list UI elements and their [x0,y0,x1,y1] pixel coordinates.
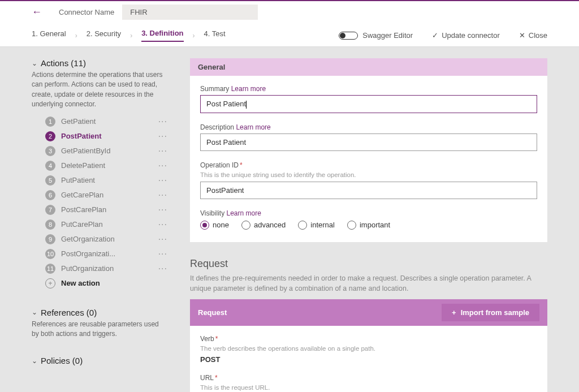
back-arrow-icon[interactable]: ← [32,6,42,18]
checkmark-icon: ✓ [432,31,438,40]
swagger-editor-label: Swagger Editor [362,31,413,40]
sidebar-item-getpatient[interactable]: 1 GetPatient ··· [45,114,167,129]
actions-title: Actions (11) [41,58,86,68]
step-test[interactable]: 4. Test [204,29,226,41]
sidebar-item-putcareplan[interactable]: 8 PutCarePlan ··· [45,217,167,232]
action-label: GetPatient [61,117,153,126]
new-action-label: New action [61,279,100,287]
more-icon[interactable]: ··· [158,219,167,230]
import-from-sample-button[interactable]: + Import from sample [442,304,539,321]
sidebar-item-getcareplan[interactable]: 6 GetCarePlan ··· [45,188,167,203]
request-section: Request It defines the pre-requirements … [190,258,547,392]
request-card: Request + Import from sample Verb* The v… [190,299,547,392]
sidebar-item-putpatient[interactable]: 5 PutPatient ··· [45,173,167,188]
verb-label: Verb* [200,335,537,343]
wizard-steps: 1. General › 2. Security › 3. Definition… [0,23,579,47]
request-description: It defines the pre-requirements needed i… [190,273,547,294]
chevron-down-icon: ⌄ [32,59,37,67]
more-icon[interactable]: ··· [158,190,167,200]
action-label: PostCarePlan [61,205,153,214]
visibility-internal-radio[interactable]: internal [298,221,335,230]
number-badge: 8 [45,219,55,230]
import-from-sample-label: Import from sample [461,308,529,317]
action-label: GetOrganization [61,235,153,243]
sidebar: ⌄ Actions (11) Actions determine the ope… [32,58,167,368]
number-badge: 5 [45,175,55,186]
number-badge: 2 [45,131,55,141]
step-definition[interactable]: 3. Definition [141,29,183,42]
description-learn-more-link[interactable]: Learn more [236,123,270,131]
sidebar-item-putorganization[interactable]: 11 PutOrganization ··· [45,261,167,276]
chevron-right-icon: › [130,32,132,40]
number-badge: 9 [45,234,55,244]
connector-name-label: Connector Name [59,8,114,16]
plus-icon: + [452,308,456,317]
chevron-right-icon: › [193,32,195,40]
number-badge: 1 [45,117,55,127]
sidebar-item-postcareplan[interactable]: 7 PostCarePlan ··· [45,203,167,217]
visibility-none-radio[interactable]: none [200,221,229,230]
description-input[interactable]: Post Patient [200,133,537,151]
url-label: URL* [200,374,537,382]
url-hint: This is the request URL. [200,384,537,391]
chevron-down-icon: ⌄ [32,308,37,316]
connector-name-input[interactable]: FHIR [122,5,258,20]
more-icon[interactable]: ··· [158,131,167,141]
visibility-advanced-radio[interactable]: advanced [241,221,286,230]
sidebar-item-postpatient[interactable]: 2 PostPatient ··· [45,129,167,144]
more-icon[interactable]: ··· [158,175,167,186]
action-label: GetCarePlan [61,191,153,199]
more-icon[interactable]: ··· [158,205,167,215]
close-button[interactable]: ✕ Close [519,31,547,40]
action-label: PutPatient [61,176,153,184]
request-heading: Request [190,258,547,270]
close-icon: ✕ [519,31,525,40]
request-card-header: Request + Import from sample [190,299,547,326]
new-action-button[interactable]: + New action [45,276,167,291]
action-label: PutCarePlan [61,220,153,229]
operation-id-hint: This is the unique string used to identi… [200,171,537,178]
chevron-down-icon: ⌄ [32,357,37,365]
more-icon[interactable]: ··· [158,249,167,259]
verb-hint: The verb describes the operations availa… [200,345,537,352]
summary-label: Summary Learn more [200,85,537,93]
visibility-learn-more-link[interactable]: Learn more [226,209,261,217]
sidebar-item-deletepatient[interactable]: 4 DeletePatient ··· [45,158,167,173]
number-badge: 6 [45,190,55,200]
update-connector-button[interactable]: ✓ Update connector [432,31,500,40]
action-label: PostOrganizati... [61,249,153,258]
actions-list: 1 GetPatient ··· 2 PostPatient ··· 3 Get… [45,114,167,291]
visibility-important-radio[interactable]: important [347,221,390,230]
description-label: Description Learn more [200,123,537,131]
toggle-icon[interactable] [339,32,358,40]
more-icon[interactable]: ··· [158,146,167,156]
more-icon[interactable]: ··· [158,161,167,171]
action-label: PutOrganization [61,264,153,273]
summary-learn-more-link[interactable]: Learn more [231,85,266,93]
policies-section-toggle[interactable]: ⌄ Policies (0) [32,356,167,365]
sidebar-item-postorganization[interactable]: 10 PostOrganizati... ··· [45,247,167,261]
more-icon[interactable]: ··· [158,264,167,274]
number-badge: 10 [45,249,55,259]
update-connector-label: Update connector [442,31,500,40]
number-badge: 7 [45,205,55,215]
sidebar-item-getpatientbyid[interactable]: 3 GetPatientById ··· [45,144,167,158]
more-icon[interactable]: ··· [158,234,167,244]
references-description: References are reusable parameters used … [32,320,167,339]
visibility-label: Visibility Learn more [200,209,537,217]
summary-input[interactable]: Post Patient [200,95,537,113]
header-bar: ← Connector Name FHIR [0,1,579,23]
swagger-editor-toggle[interactable]: Swagger Editor [339,31,413,40]
more-icon[interactable]: ··· [158,117,167,127]
step-general[interactable]: 1. General [32,29,66,41]
operation-id-input[interactable]: PostPatient [200,182,537,199]
general-card-header: General [190,58,547,76]
actions-section-toggle[interactable]: ⌄ Actions (11) [32,58,167,68]
step-security[interactable]: 2. Security [87,29,121,41]
action-label: PostPatient [61,132,153,140]
sidebar-item-getorganization[interactable]: 9 GetOrganization ··· [45,232,167,247]
general-card: General Summary Learn more Post Patient … [190,58,547,242]
references-section-toggle[interactable]: ⌄ References (0) [32,308,167,317]
verb-value: POST [200,355,537,364]
actions-description: Actions determine the operations that us… [32,70,167,110]
